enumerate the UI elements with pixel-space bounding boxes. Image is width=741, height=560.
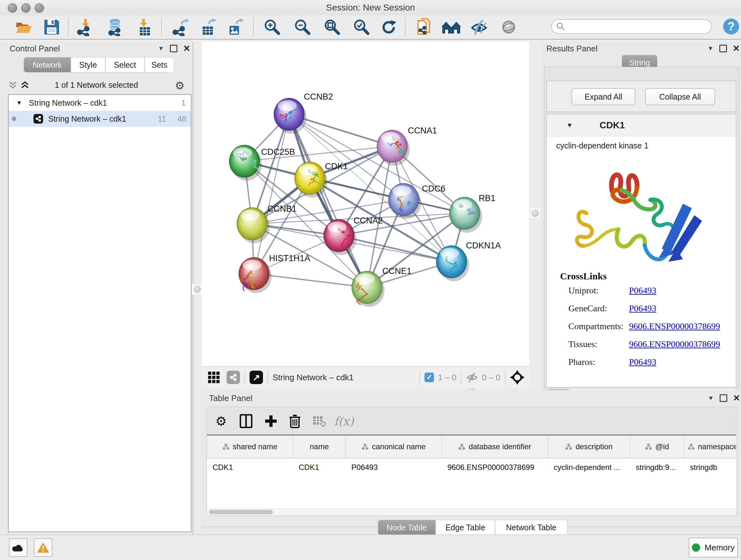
- crosslink-link[interactable]: 9606.ENSP00000378699: [629, 339, 720, 349]
- show-selected-button[interactable]: [498, 17, 519, 37]
- save-session-button[interactable]: [42, 17, 62, 37]
- search-box[interactable]: [551, 19, 712, 34]
- zoom-in-button[interactable]: [262, 17, 282, 37]
- string-results-container: Expand All Collapse All ▼ CDK1 cyclin-de…: [544, 67, 739, 389]
- network-options-gear-icon[interactable]: ⚙: [175, 79, 185, 92]
- open-session-button[interactable]: [13, 17, 34, 37]
- show-columns-icon[interactable]: [240, 413, 253, 429]
- tab-network-table[interactable]: Network Table: [495, 520, 567, 535]
- tab-sets[interactable]: Sets: [145, 57, 174, 72]
- node-label: CDC25B: [261, 147, 295, 157]
- edge-CCNB2-HIST1H1A[interactable]: [254, 114, 289, 273]
- maximize-panel-icon[interactable]: [170, 45, 178, 52]
- export-table-button[interactable]: [198, 17, 219, 37]
- hidden-eye-icon[interactable]: [466, 372, 479, 383]
- column-header-namespace[interactable]: namespace: [684, 435, 736, 458]
- collection-expand-icon[interactable]: ▼: [16, 100, 22, 106]
- expand-all-button[interactable]: Expand All: [571, 88, 635, 105]
- grid-view-icon[interactable]: [208, 372, 219, 383]
- float-panel-icon[interactable]: ▼: [158, 45, 164, 52]
- column-header-description[interactable]: description: [548, 435, 630, 458]
- column-header-@id[interactable]: @id: [630, 435, 684, 458]
- network-overview-icon[interactable]: [226, 371, 240, 384]
- crosslink-link[interactable]: P06493: [629, 303, 657, 313]
- crosslink-link[interactable]: P06493: [629, 286, 657, 295]
- zoom-selected-button[interactable]: [351, 17, 372, 37]
- cell-database-identifier: 9606.ENSP00000378699: [442, 458, 548, 476]
- section-collapse-icon[interactable]: ▼: [566, 122, 573, 129]
- table-options-gear-icon[interactable]: ⚙: [215, 413, 227, 429]
- detach-view-icon[interactable]: ↗: [250, 371, 263, 384]
- node-label: CCNB1: [267, 204, 297, 213]
- tab-select[interactable]: Select: [105, 57, 145, 72]
- selected-checkbox-icon[interactable]: ✓: [424, 373, 434, 382]
- graphics-details-button[interactable]: [441, 17, 461, 37]
- node-label: CCNA2: [354, 216, 383, 226]
- memory-button[interactable]: Memory: [689, 538, 738, 557]
- network-node-CDKN1A[interactable]: CDKN1A: [436, 241, 501, 281]
- crosslink-label: Pharos:: [568, 357, 629, 367]
- zoom-out-icon: [293, 18, 312, 36]
- warnings-button[interactable]: [34, 538, 52, 557]
- table-hscroll-thumb[interactable]: [209, 510, 273, 514]
- tab-node-table[interactable]: Node Table: [378, 520, 435, 535]
- cell-shared-name: CDK1: [207, 458, 293, 476]
- node-label: HIST1H1A: [269, 253, 310, 263]
- right-splitter-handle[interactable]: [529, 207, 541, 219]
- network-node-CDK1[interactable]: CDK1: [294, 162, 348, 198]
- tab-style[interactable]: Style: [71, 57, 105, 72]
- tab-edge-table[interactable]: Edge Table: [435, 520, 495, 535]
- import-table-button[interactable]: [135, 17, 155, 37]
- node-section-header[interactable]: ▼ CDK1: [547, 114, 736, 136]
- close-panel-icon[interactable]: ✕: [183, 46, 191, 51]
- first-neighbors-button[interactable]: [414, 17, 434, 37]
- zoom-fit-button[interactable]: [322, 17, 342, 37]
- edge-count: 48: [178, 114, 186, 124]
- crosslink-link[interactable]: 9606.ENSP00000378699: [629, 321, 720, 331]
- export-image-button[interactable]: [225, 17, 246, 37]
- network-row[interactable]: String Network – cdk1 11 48: [9, 111, 191, 127]
- collapse-all-button[interactable]: Collapse All: [645, 88, 715, 105]
- float-panel-icon[interactable]: ▼: [708, 395, 714, 401]
- network-canvas[interactable]: CCNB2CCNA1CDC25BCDK1CDC6RB1CCNB1CCNA2CDK…: [202, 42, 529, 366]
- close-panel-icon[interactable]: ✕: [733, 395, 740, 401]
- network-node-CDC6[interactable]: CDC6: [388, 183, 446, 219]
- import-network-database-button[interactable]: [105, 17, 126, 37]
- close-panel-icon[interactable]: ✕: [733, 46, 740, 51]
- table-row[interactable]: CDK1CDK1P064939606.ENSP00000378699cyclin…: [207, 458, 736, 476]
- crosslink-link[interactable]: P06493: [629, 357, 657, 367]
- add-column-icon[interactable]: [265, 413, 277, 429]
- import-network-file-button[interactable]: [75, 17, 96, 37]
- maximize-panel-icon[interactable]: [719, 45, 727, 52]
- cloud-status-button[interactable]: [9, 538, 27, 557]
- database-icon: [107, 18, 125, 36]
- network-node-CCNB2[interactable]: CCNB2: [274, 92, 333, 134]
- network-node-RB1[interactable]: RB1: [449, 193, 495, 233]
- delete-table-icon[interactable]: [313, 413, 327, 429]
- column-header-shared-name[interactable]: shared name: [207, 435, 293, 458]
- birdseye-crosshair-icon[interactable]: [510, 370, 525, 385]
- search-input[interactable]: [565, 22, 700, 31]
- network-node-CCNE1[interactable]: CCNE1: [352, 266, 412, 307]
- apply-layout-button[interactable]: [379, 17, 399, 37]
- export-network-icon: [172, 18, 190, 36]
- network-collection-row[interactable]: ▼ String Network – cdk1 1: [9, 95, 191, 111]
- help-button[interactable]: ?: [723, 18, 739, 35]
- left-splitter-handle[interactable]: [192, 284, 203, 295]
- float-panel-icon[interactable]: ▼: [708, 45, 714, 52]
- network-node-CCNB1[interactable]: CCNB1: [237, 204, 297, 243]
- search-icon: [556, 22, 565, 31]
- zoom-out-button[interactable]: [292, 17, 313, 37]
- column-header-canonical-name[interactable]: canonical name: [346, 435, 442, 458]
- table-hscrollbar[interactable]: [207, 509, 736, 515]
- column-header-name[interactable]: name: [293, 435, 346, 458]
- function-builder-icon[interactable]: f(x): [334, 413, 354, 429]
- delete-column-trash-icon[interactable]: [289, 413, 301, 429]
- network-node-HIST1H1A[interactable]: HIST1H1A: [239, 253, 310, 293]
- hide-selected-button[interactable]: [469, 17, 489, 37]
- column-header-database-identifier[interactable]: database identifier: [442, 435, 548, 458]
- maximize-panel-icon[interactable]: [720, 394, 727, 402]
- export-network-button[interactable]: [171, 17, 191, 37]
- toolbar-separator: [253, 18, 254, 37]
- tab-network[interactable]: Network: [23, 57, 71, 72]
